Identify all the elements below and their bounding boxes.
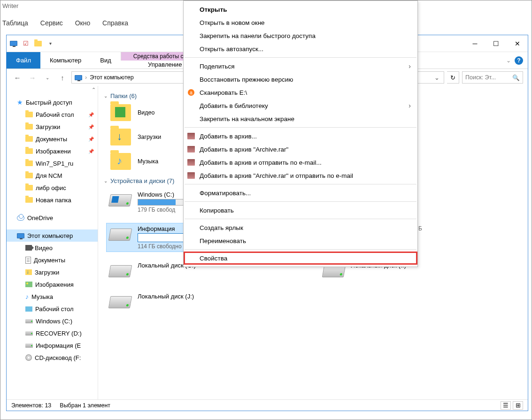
tree-win7[interactable]: Win7_SP1_ru: [7, 157, 98, 169]
ribbon-tab-view[interactable]: Вид: [91, 52, 121, 69]
cm-open-new-window[interactable]: Открыть в новом окне: [184, 16, 417, 29]
tree-onedrive[interactable]: OneDrive: [7, 212, 98, 224]
cm-add-archive-rar[interactable]: Добавить в архив "Archive.rar": [184, 143, 417, 156]
ribbon-collapse-icon[interactable]: ⌄: [506, 57, 511, 64]
star-icon: ★: [17, 99, 23, 106]
tree-recovery-d[interactable]: RECOVERY (D:): [7, 327, 98, 339]
folder-icon: [25, 160, 33, 166]
chevron-right-icon: ›: [409, 62, 411, 70]
folder-icon: [110, 129, 131, 145]
hdd-icon: [108, 194, 132, 206]
cm-copy[interactable]: Копировать: [184, 204, 417, 217]
tree-downloads[interactable]: Загрузки📌: [7, 121, 98, 133]
tree-desktop2[interactable]: Рабочий стол: [7, 303, 98, 315]
tree-desktop[interactable]: Рабочий стол📌: [7, 108, 98, 121]
hdd-icon: [25, 331, 33, 336]
view-tiles-button[interactable]: ⊞: [513, 401, 523, 410]
qat-newfolder-icon[interactable]: [34, 39, 42, 48]
writer-menu: Таблица Сервис Окно Справка: [2, 19, 139, 27]
tree-documents2[interactable]: Документы: [7, 254, 98, 266]
music-icon: ♪: [25, 293, 29, 300]
writer-menu-service[interactable]: Сервис: [40, 19, 63, 27]
cm-add-library[interactable]: Добавить в библиотеку›: [184, 99, 417, 112]
tree-quick-access[interactable]: ★Быстрый доступ: [7, 96, 98, 108]
folder-icon: [25, 185, 33, 191]
nav-tree: ⌃ ★Быстрый доступ Рабочий стол📌 Загрузки…: [7, 86, 98, 399]
nav-back-button[interactable]: ←: [11, 71, 23, 84]
tree-this-pc[interactable]: Этот компьютер: [7, 229, 98, 242]
monitor-icon: [17, 233, 24, 238]
search-placeholder: Поиск: Эт...: [465, 74, 496, 81]
close-button[interactable]: ✕: [507, 37, 528, 51]
desktop-icon: [25, 306, 32, 312]
nav-recent-dropdown[interactable]: ⌄: [41, 71, 54, 84]
hdd-icon: [25, 319, 33, 323]
search-input[interactable]: Поиск: Эт... 🔍: [462, 71, 523, 84]
ribbon-tab-computer[interactable]: Компьютер: [40, 52, 91, 69]
tree-windows-c[interactable]: Windows (C:): [7, 315, 98, 327]
writer-menu-help[interactable]: Справка: [102, 19, 128, 27]
tree-info-e[interactable]: Информация (E: [7, 339, 98, 351]
tree-cd-f[interactable]: CD-дисковод (F:: [7, 351, 98, 364]
winrar-icon: [187, 172, 195, 179]
cm-open-autoplay[interactable]: Открыть автозапуск...: [184, 42, 417, 55]
writer-menu-window[interactable]: Окно: [75, 19, 91, 27]
dvd-icon: [25, 354, 32, 361]
breadcrumb[interactable]: Этот компьютер: [90, 74, 133, 81]
cm-pin-start[interactable]: Закрепить на начальном экране: [184, 112, 417, 125]
download-icon: [25, 269, 32, 275]
cm-separator: [185, 219, 416, 219]
address-icon: [75, 75, 82, 80]
cm-properties[interactable]: Свойства: [184, 252, 417, 265]
tree-images[interactable]: Изображени📌: [7, 145, 98, 157]
tree-images2[interactable]: Изображения: [7, 278, 98, 290]
ribbon-tab-file[interactable]: Файл: [7, 52, 40, 69]
tree-libr[interactable]: либр офис: [7, 182, 98, 194]
cm-scan[interactable]: aСканировать E:\: [184, 86, 417, 99]
tree-video[interactable]: Видео: [7, 242, 98, 254]
writer-title: Writer: [2, 2, 18, 9]
cm-open[interactable]: Открыть: [184, 3, 417, 16]
cm-pin-quick-access[interactable]: Закрепить на панели быстрого доступа: [184, 29, 417, 42]
document-icon: [25, 257, 31, 264]
drive-j[interactable]: Локальный диск (J:): [107, 291, 309, 313]
tree-scroll-up[interactable]: ⌃: [92, 87, 96, 93]
writer-menu-table[interactable]: Таблица: [2, 19, 28, 27]
status-bar: Элементов: 13 Выбран 1 элемент ☰ ⊞: [7, 399, 528, 411]
tree-ncm[interactable]: Для NCM: [7, 169, 98, 182]
tree-music[interactable]: ♪Музыка: [7, 290, 98, 303]
view-details-button[interactable]: ☰: [501, 401, 511, 410]
pin-icon: 📌: [88, 124, 94, 130]
hdd-icon: [108, 296, 132, 308]
cm-separator: [185, 184, 416, 184]
tree-downloads2[interactable]: Загрузки: [7, 266, 98, 278]
cm-restore-previous[interactable]: Восстановить прежнюю версию: [184, 73, 417, 86]
minimize-button[interactable]: ─: [464, 37, 486, 51]
maximize-button[interactable]: ☐: [486, 37, 507, 51]
chevron-down-icon: ⌄: [104, 93, 108, 99]
cm-rename[interactable]: Переименовать: [184, 234, 417, 247]
cm-add-archive-email[interactable]: Добавить в архив и отправить по e-mail..…: [184, 156, 417, 169]
cm-format[interactable]: Форматировать...: [184, 186, 417, 199]
folder-icon: [110, 153, 131, 170]
tree-documents[interactable]: Документы📌: [7, 133, 98, 145]
pin-icon: 📌: [88, 137, 94, 142]
pin-icon: 📌: [88, 112, 94, 117]
cloud-icon: [17, 215, 24, 221]
folder-icon: [25, 148, 33, 154]
qat-properties-icon[interactable]: ☑: [22, 39, 30, 48]
nav-up-button[interactable]: ↑: [56, 71, 69, 84]
refresh-button[interactable]: ↻: [447, 71, 459, 84]
address-dropdown-icon[interactable]: ⌄: [432, 74, 441, 81]
cm-add-archive[interactable]: Добавить в архив...: [184, 130, 417, 143]
cm-add-archive-rar-email[interactable]: Добавить в архив "Archive.rar" и отправи…: [184, 169, 417, 182]
cm-share[interactable]: Поделиться›: [184, 60, 417, 73]
tree-newfolder[interactable]: Новая папка: [7, 194, 98, 206]
system-icon[interactable]: [9, 39, 18, 48]
hdd-icon: [108, 229, 132, 241]
help-icon[interactable]: ?: [515, 56, 523, 65]
hdd-icon: [25, 344, 33, 348]
qat-dropdown-icon[interactable]: ▾: [46, 39, 54, 48]
folder-icon: [25, 124, 33, 130]
cm-create-shortcut[interactable]: Создать ярлык: [184, 221, 417, 234]
